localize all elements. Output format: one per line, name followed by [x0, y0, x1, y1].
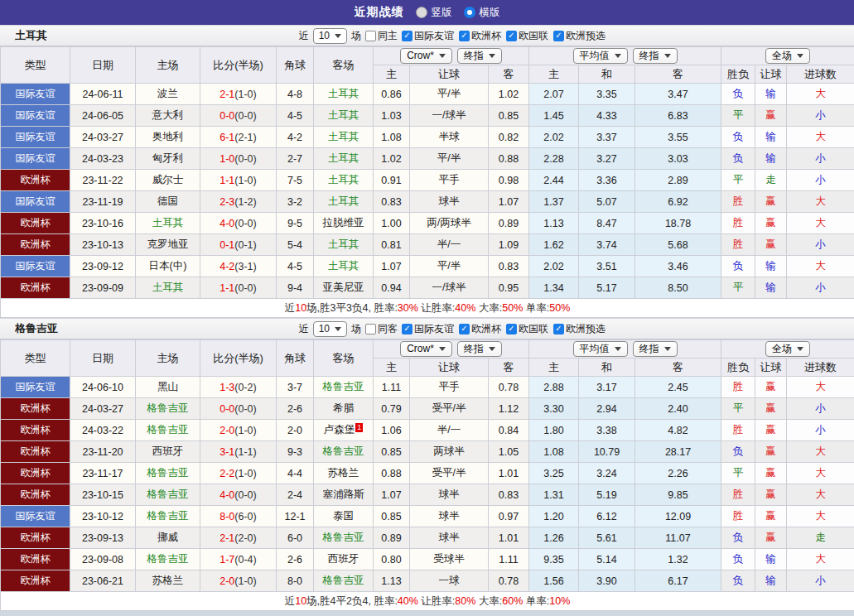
column-header: 胜负 [721, 65, 755, 84]
result-outcome: 负 [721, 441, 755, 463]
result-outcome: 负 [721, 570, 755, 592]
match-count-value: 10 [319, 30, 330, 41]
handicap: 半球 [410, 127, 489, 148]
checkbox-unchecked-icon[interactable] [365, 324, 376, 334]
final-odds-dropdown[interactable]: 终指 [633, 341, 678, 357]
checkbox-unchecked-icon[interactable] [365, 31, 376, 41]
avg-home: 1.20 [529, 506, 579, 527]
column-header: 角球 [277, 340, 314, 377]
final-odds-dropdown[interactable]: 终指 [457, 48, 502, 64]
final-odds-dropdown[interactable]: 终指 [457, 341, 502, 357]
checkbox-checked-icon[interactable]: ✓ [506, 31, 517, 41]
match-type-badge: 欧洲杯 [1, 420, 70, 441]
halftime-score: (1-0) [234, 175, 256, 186]
handicap: 两/两球半 [410, 213, 489, 234]
result-outcome: 平 [721, 277, 755, 299]
checkbox-checked-icon[interactable]: ✓ [459, 31, 470, 41]
column-header: 主 [374, 359, 410, 377]
match-row: 欧洲杯24-03-22格鲁吉亚2-0(1-0)2-0卢森堡11.06半/一0.8… [1, 420, 854, 441]
league-label: 欧国联 [519, 322, 548, 336]
final-odds-dropdown[interactable]: 终指 [633, 48, 678, 64]
radio-selected-icon[interactable] [464, 7, 475, 18]
same-side-checkbox[interactable]: 同主 [365, 29, 398, 43]
handicap: 平/半 [410, 84, 489, 105]
league-filters: ✓国际友谊✓欧洲杯✓欧国联✓欧洲预选 [402, 29, 606, 43]
checkbox-checked-icon[interactable]: ✓ [402, 31, 413, 41]
checkbox-checked-icon[interactable]: ✓ [402, 324, 413, 334]
away-team-name: 土耳其 [328, 174, 359, 185]
scope-dropdown[interactable]: 全场 [765, 48, 810, 64]
result-outcome: 胜 [721, 484, 755, 506]
same-side-checkbox[interactable]: 同客 [365, 322, 398, 336]
column-header: 比分(半场) [200, 47, 277, 84]
match-row: 欧洲杯23-11-22威尔士1-1(1-0)7-5土耳其0.91平手0.982.… [1, 170, 854, 191]
league-filters: ✓国际友谊✓欧洲杯✓欧国联✓欧洲预选 [402, 322, 606, 336]
fulltime-score: 8-0 [220, 511, 234, 522]
handicap: 球半 [410, 484, 489, 506]
results-table: 类型日期主场比分(半场)角球客场Crow*终指平均值终指全场主让球客主和客胜负让… [0, 46, 854, 318]
home-team: 土耳其 [136, 213, 200, 234]
league-label: 国际友谊 [414, 322, 454, 336]
match-type-badge: 欧洲杯 [1, 398, 70, 420]
column-header: 让球 [755, 65, 787, 84]
home-team-name: 波兰 [157, 88, 178, 99]
match-date: 23-10-13 [70, 234, 136, 256]
avg-home: 2.02 [529, 256, 579, 277]
avg-away: 3.55 [635, 127, 721, 148]
result-handicap: 赢 [755, 420, 787, 441]
summary-text: 场,胜4平2负4, 胜率: [306, 595, 398, 607]
average-dropdown[interactable]: 平均值 [573, 341, 628, 357]
league-checkbox-1[interactable]: ✓国际友谊 [402, 322, 454, 336]
match-count-select[interactable]: 10 [313, 28, 347, 44]
match-type-badge: 国际友谊 [1, 191, 70, 213]
home-odds: 0.85 [374, 441, 410, 463]
score-cell: 4-2(3-1) [200, 256, 277, 277]
score-cell: 1-3(0-2) [200, 377, 277, 398]
column-header: 类型 [1, 47, 70, 84]
result-outcome: 平 [721, 170, 755, 191]
league-checkbox-4[interactable]: ✓欧洲预选 [553, 322, 606, 336]
checkbox-checked-icon[interactable]: ✓ [459, 324, 470, 334]
corners-cell: 3-7 [277, 377, 314, 398]
league-checkbox-1[interactable]: ✓国际友谊 [402, 29, 454, 43]
league-label: 欧洲杯 [471, 29, 501, 43]
result-goals: 大 [787, 213, 854, 234]
league-checkbox-2[interactable]: ✓欧洲杯 [459, 322, 501, 336]
radio-unselected-icon[interactable] [416, 7, 427, 18]
company-dropdown[interactable]: Crow* [400, 341, 452, 357]
average-dropdown[interactable]: 平均值 [573, 48, 628, 64]
match-count-select[interactable]: 10 [313, 321, 347, 337]
league-checkbox-3[interactable]: ✓欧国联 [506, 29, 548, 43]
avg-home: 3.30 [529, 398, 579, 420]
checkbox-checked-icon[interactable]: ✓ [553, 324, 564, 334]
team-section: 格鲁吉亚 近 10 场 同客 ✓国际友谊✓欧洲杯✓欧国联✓欧洲预选 类型日期主场… [0, 318, 854, 611]
avg-home: 1.45 [529, 105, 579, 127]
avg-away: 3.03 [635, 148, 721, 170]
scope-dropdown[interactable]: 全场 [765, 341, 810, 357]
layout-radio-vertical[interactable]: 竖版 [416, 6, 452, 20]
dropdown-label: Crow* [407, 343, 434, 354]
home-odds: 1.13 [374, 570, 410, 592]
checkbox-checked-icon[interactable]: ✓ [506, 324, 517, 334]
avg-draw: 5.17 [579, 277, 635, 299]
column-header: 客 [635, 65, 721, 84]
away-team-name: 土耳其 [328, 238, 359, 250]
layout-radio-horizontal[interactable]: 横版 [464, 6, 500, 20]
away-odds: 0.78 [489, 570, 529, 592]
summary-row: 近10场,胜3平3负4, 胜率:30% 让胜率:40% 大率:50% 单率:50… [1, 299, 854, 318]
home-team-name: 格鲁吉亚 [147, 510, 189, 522]
home-team-name: 格鲁吉亚 [147, 424, 189, 436]
league-checkbox-4[interactable]: ✓欧洲预选 [553, 29, 606, 43]
home-odds: 1.07 [374, 484, 410, 506]
halftime-score: (0-0) [234, 489, 256, 501]
company-dropdown[interactable]: Crow* [400, 48, 452, 64]
league-checkbox-2[interactable]: ✓欧洲杯 [459, 29, 501, 43]
result-handicap: 输 [755, 84, 787, 105]
checkbox-checked-icon[interactable]: ✓ [553, 31, 564, 41]
avg-draw: 3.27 [579, 148, 635, 170]
away-team: 土耳其 [314, 148, 374, 170]
league-checkbox-3[interactable]: ✓欧国联 [506, 322, 548, 336]
match-row: 国际友谊23-11-19德国2-3(1-2)3-2土耳其0.83球半1.071.… [1, 191, 854, 213]
league-label: 国际友谊 [414, 29, 454, 43]
result-handicap: 赢 [755, 234, 787, 256]
